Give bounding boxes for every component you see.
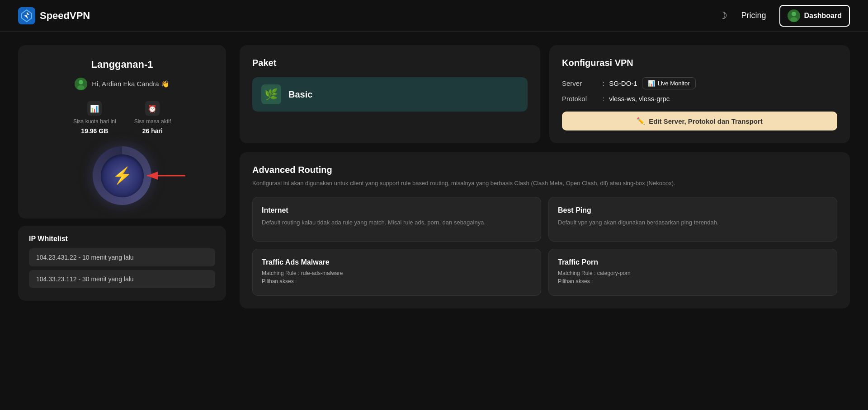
power-button[interactable]: ⚡ xyxy=(101,154,144,197)
top-section: Paket 🌿 Basic Konfigurasi VPN Server : S… xyxy=(240,45,850,143)
protokol-value: vless-ws, vless-grpc xyxy=(609,95,670,102)
basic-plan: 🌿 Basic xyxy=(252,77,528,112)
edit-icon: ✏️ xyxy=(637,117,645,125)
ads-malware-matching-rule: Matching Rule : rule-ads-malware xyxy=(262,270,532,276)
active-icon: ⏰ xyxy=(145,101,160,116)
leaf-icon: 🌿 xyxy=(261,84,281,104)
advanced-routing-title: Advanced Routing xyxy=(252,165,837,175)
header-right: ☽ Pricing Dashboard xyxy=(718,5,850,27)
arrow-indicator xyxy=(142,167,188,185)
active-value: 26 hari xyxy=(142,127,163,135)
svg-point-4 xyxy=(792,12,796,16)
traffic-porn-pilihan-akses: Pilihan akses : xyxy=(558,278,828,284)
stat-quota: 📊 Sisa kuota hari ini 19.96 GB xyxy=(73,101,116,135)
live-monitor-label: Live Monitor xyxy=(658,80,690,87)
greeting-text: Hi, Ardian Eka Candra 👋 xyxy=(92,80,170,88)
quota-label: Sisa kuota hari ini xyxy=(73,118,116,125)
server-colon: : xyxy=(603,79,604,87)
dashboard-label: Dashboard xyxy=(804,12,842,20)
svg-point-7 xyxy=(79,80,83,84)
user-card: Langganan-1 Hi, Ardian Eka Candra 👋 📊 Si… xyxy=(18,45,226,219)
paket-title: Paket xyxy=(252,58,528,68)
power-section: ⚡ xyxy=(93,146,151,205)
traffic-porn-matching-rule: Matching Rule : category-porn xyxy=(558,270,828,276)
quota-icon: 📊 xyxy=(87,101,102,116)
dashboard-avatar xyxy=(788,9,800,22)
right-panel: Paket 🌿 Basic Konfigurasi VPN Server : S… xyxy=(226,45,850,396)
svg-point-8 xyxy=(77,85,85,90)
best-ping-desc: Default vpn yang akan digunakan berdasar… xyxy=(558,218,828,227)
edit-server-label: Edit Server, Protokol dan Transport xyxy=(649,117,763,125)
routing-card-internet: Internet Default routing kalau tidak ada… xyxy=(252,197,541,242)
dashboard-button[interactable]: Dashboard xyxy=(779,5,850,27)
protokol-row: Protokol : vless-ws, vless-grpc xyxy=(562,95,837,102)
logo-text: SpeedVPN xyxy=(40,10,90,22)
stats-row: 📊 Sisa kuota hari ini 19.96 GB ⏰ Sisa ma… xyxy=(73,101,171,135)
header: SpeedVPN ☽ Pricing Dashboard xyxy=(0,0,868,32)
user-greeting: Hi, Ardian Eka Candra 👋 xyxy=(75,78,170,90)
protokol-colon: : xyxy=(603,95,604,102)
ads-malware-pilihan-akses: Pilihan akses : xyxy=(262,278,532,284)
whitelist-item-1: 104.23.431.22 - 10 menit yang lalu xyxy=(29,248,215,266)
live-monitor-button[interactable]: 📊 Live Monitor xyxy=(642,77,696,89)
internet-desc: Default routing kalau tidak ada rule yan… xyxy=(262,218,532,227)
advanced-routing-desc: Konfigurasi ini akan digunakan untuk cli… xyxy=(252,179,837,188)
routing-grid: Internet Default routing kalau tidak ada… xyxy=(252,197,837,296)
advanced-routing-section: Advanced Routing Konfigurasi ini akan di… xyxy=(240,152,850,308)
ads-malware-title: Traffic Ads Malware xyxy=(262,258,532,266)
routing-card-ads-malware: Traffic Ads Malware Matching Rule : rule… xyxy=(252,249,541,296)
konfigurasi-title: Konfigurasi VPN xyxy=(562,58,837,68)
chart-icon: 📊 xyxy=(648,80,655,87)
best-ping-title: Best Ping xyxy=(558,206,828,214)
protokol-label: Protokol xyxy=(562,95,598,102)
logo[interactable]: SpeedVPN xyxy=(18,7,90,24)
routing-card-traffic-porn: Traffic Porn Matching Rule : category-po… xyxy=(548,249,837,296)
server-row: Server : SG-DO-1 📊 Live Monitor xyxy=(562,77,837,89)
internet-title: Internet xyxy=(262,206,532,214)
paket-card: Paket 🌿 Basic xyxy=(240,45,540,143)
theme-toggle-icon[interactable]: ☽ xyxy=(718,10,727,22)
left-panel: Langganan-1 Hi, Ardian Eka Candra 👋 📊 Si… xyxy=(18,45,226,396)
pricing-link[interactable]: Pricing xyxy=(741,11,766,20)
subscription-title: Langganan-1 xyxy=(91,59,153,70)
whitelist-section: IP Whitelist 104.23.431.22 - 10 menit ya… xyxy=(18,226,226,301)
traffic-porn-title: Traffic Porn xyxy=(558,258,828,266)
server-label: Server xyxy=(562,79,598,87)
user-avatar xyxy=(75,78,87,90)
plan-name: Basic xyxy=(288,89,312,100)
whitelist-item-2: 104.33.23.112 - 30 menit yang lalu xyxy=(29,270,215,288)
routing-card-best-ping: Best Ping Default vpn yang akan digunaka… xyxy=(548,197,837,242)
bolt-icon: ⚡ xyxy=(112,166,132,185)
konfigurasi-card: Konfigurasi VPN Server : SG-DO-1 📊 Live … xyxy=(549,45,850,143)
svg-point-5 xyxy=(790,17,797,22)
edit-server-button[interactable]: ✏️ Edit Server, Protokol dan Transport xyxy=(562,112,837,130)
server-value: SG-DO-1 xyxy=(609,79,637,87)
active-label: Sisa masa aktif xyxy=(134,118,171,125)
stat-active: ⏰ Sisa masa aktif 26 hari xyxy=(134,101,171,135)
speedvpn-logo-icon xyxy=(18,7,35,24)
whitelist-title: IP Whitelist xyxy=(29,235,215,243)
main-layout: Langganan-1 Hi, Ardian Eka Candra 👋 📊 Si… xyxy=(0,32,868,410)
quota-value: 19.96 GB xyxy=(81,127,108,135)
